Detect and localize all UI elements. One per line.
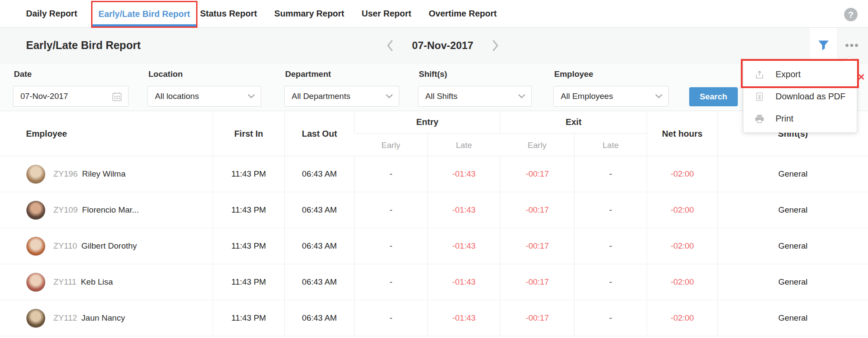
employee-name: Florencio Mar... [82, 205, 139, 215]
employee-name: Riley Wilma [82, 169, 125, 179]
department-filter-select[interactable]: All Departments [284, 86, 399, 107]
avatar [26, 200, 46, 220]
filter-panel: Date 07-Nov-2017 Location All locations … [0, 63, 868, 111]
last-out-value: 06:43 AM [284, 264, 354, 300]
shift-value: General [717, 192, 868, 228]
filter-button[interactable] [810, 28, 837, 63]
exit-early-value: -00:17 [500, 300, 574, 336]
entry-late-value: -01:43 [427, 300, 500, 336]
tab-user-report[interactable]: User Report [362, 9, 411, 19]
tab-overtime-report[interactable]: Overtime Report [429, 9, 497, 19]
exit-early-value: -00:17 [500, 192, 574, 228]
net-hours-value: -02:00 [647, 192, 717, 228]
menu-item-label: Print [776, 114, 793, 124]
col-group-entry: Entry [354, 111, 500, 134]
col-header-first-in: First In [213, 111, 284, 157]
table-row: ZY111Keb Lisa 11:43 PM 06:43 AM - -01:43… [0, 264, 868, 300]
employee-id: ZY111 [53, 277, 76, 287]
page-title: Early/Late Bird Report [26, 28, 141, 63]
employee-filter-select[interactable]: All Employees [553, 86, 669, 107]
employee-id: ZY196 [53, 169, 78, 179]
last-out-value: 06:43 AM [284, 228, 354, 264]
col-header-net-hours: Net hours [647, 111, 717, 157]
entry-early-value: - [354, 228, 427, 264]
entry-early-value: - [354, 156, 427, 192]
first-in-value: 11:43 PM [213, 192, 284, 228]
help-icon[interactable]: ? [844, 8, 858, 21]
more-options-menu: Export Download as PDF Print [743, 61, 857, 133]
exit-early-value: -00:17 [500, 228, 574, 264]
employee-filter-value: All Employees [561, 92, 613, 101]
col-header-entry-late: Late [427, 134, 500, 157]
shift-value: General [717, 156, 868, 192]
tab-status-report[interactable]: Status Report [200, 9, 257, 19]
col-header-last-out: Last Out [284, 111, 354, 157]
entry-early-value: - [354, 300, 427, 336]
entry-late-value: -01:43 [427, 192, 500, 228]
location-filter-label: Location [148, 69, 183, 79]
col-header-exit-late: Late [574, 134, 647, 157]
menu-item-label: Export [776, 69, 801, 79]
department-filter-value: All Departments [292, 92, 350, 101]
avatar [26, 272, 46, 292]
entry-late-value: -01:43 [427, 264, 500, 300]
next-date-button[interactable] [492, 39, 499, 52]
col-header-entry-early: Early [354, 134, 427, 157]
first-in-value: 11:43 PM [213, 264, 284, 300]
shifts-filter-select[interactable]: All Shifts [418, 86, 532, 107]
table-row: ZY112Jaun Nancy 11:43 PM 06:43 AM - -01:… [0, 300, 868, 336]
first-in-value: 11:43 PM [213, 228, 284, 264]
search-button[interactable]: Search [689, 87, 738, 106]
prev-date-button[interactable] [386, 39, 393, 52]
employee-id: ZY109 [53, 205, 78, 215]
tab-early-late-bird-report[interactable]: Early/Late Bird Report [91, 1, 197, 28]
shift-value: General [717, 264, 868, 300]
tab-summary-report[interactable]: Summary Report [274, 9, 344, 19]
first-in-value: 11:43 PM [213, 300, 284, 336]
export-icon [755, 70, 764, 79]
shift-value: General [717, 300, 868, 336]
col-header-employee: Employee [0, 111, 213, 157]
menu-item-export[interactable]: Export [743, 63, 857, 85]
net-hours-value: -02:00 [647, 228, 717, 264]
net-hours-value: -02:00 [647, 264, 717, 300]
report-table: Employee First In Last Out Entry Exit Ea… [0, 111, 868, 336]
exit-late-value: - [574, 228, 647, 264]
menu-item-print[interactable]: Print [743, 108, 857, 130]
entry-late-value: -01:43 [427, 228, 500, 264]
employee-id: ZY110 [53, 241, 77, 251]
filter-funnel-icon [818, 39, 829, 51]
chevron-down-icon [655, 94, 662, 98]
shift-value: General [717, 228, 868, 264]
avatar [26, 236, 46, 256]
entry-early-value: - [354, 264, 427, 300]
avatar [26, 164, 46, 184]
print-icon [755, 114, 764, 124]
date-navigator: 07-Nov-2017 [386, 28, 499, 63]
tab-daily-report[interactable]: Daily Report [26, 9, 77, 19]
shifts-filter-label: Shift(s) [419, 69, 447, 79]
entry-late-value: -01:43 [427, 156, 500, 192]
table-header: Employee First In Last Out Entry Exit Ea… [0, 111, 868, 156]
menu-item-label: Download as PDF [776, 92, 845, 102]
entry-early-value: - [354, 192, 427, 228]
exit-late-value: - [574, 156, 647, 192]
menu-item-download-pdf[interactable]: Download as PDF [743, 85, 857, 108]
exit-early-value: -00:17 [500, 264, 574, 300]
chevron-down-icon [248, 94, 255, 98]
exit-late-value: - [574, 300, 647, 336]
annotation-close-mark: × [858, 71, 865, 82]
col-header-exit-early: Early [500, 134, 574, 157]
ellipsis-icon [845, 44, 848, 47]
shifts-filter-value: All Shifts [425, 92, 457, 101]
net-hours-value: -02:00 [647, 156, 717, 192]
employee-name: Keb Lisa [81, 277, 113, 287]
chevron-right-icon [492, 39, 499, 52]
location-filter-select[interactable]: All locations [148, 86, 261, 107]
last-out-value: 06:43 AM [284, 192, 354, 228]
employee-id: ZY112 [53, 313, 77, 323]
col-group-exit: Exit [500, 111, 647, 134]
employee-name: Jaun Nancy [82, 313, 125, 323]
exit-late-value: - [574, 192, 647, 228]
date-filter-input[interactable]: 07-Nov-2017 [13, 86, 128, 107]
